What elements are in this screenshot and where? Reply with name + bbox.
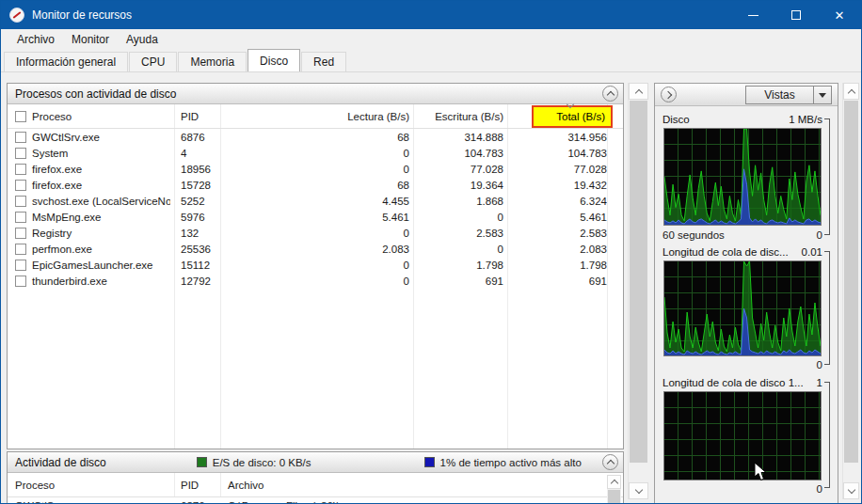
process-row[interactable]: System 4 0 104.783 104.783	[8, 145, 623, 161]
menu-monitor[interactable]: Monitor	[63, 31, 118, 48]
col-escritura[interactable]: Escritura (B/s)	[375, 104, 503, 129]
chart-queue-scale-top: 0.01	[802, 246, 822, 258]
col-act-proceso[interactable]: Proceso	[15, 473, 170, 497]
scrollbar-thumb[interactable]	[630, 101, 647, 463]
chevron-up-icon	[847, 88, 854, 96]
col-act-pid[interactable]: PID	[181, 473, 218, 497]
process-row[interactable]: MsMpEng.exe 5976 5.461 0 5.461	[8, 209, 623, 225]
chart-queue-scale-bottom: 0	[817, 359, 822, 370]
views-split-button[interactable]: Vistas	[745, 86, 832, 104]
chevron-up-icon	[606, 460, 614, 467]
process-row[interactable]: Registry 132 0 2.583 2.583	[8, 225, 623, 241]
scroll-down-button[interactable]	[629, 482, 648, 499]
row-checkbox[interactable]	[15, 244, 26, 255]
row-checkbox[interactable]	[15, 276, 26, 287]
scroll-up-button[interactable]	[607, 475, 621, 489]
col-pid[interactable]: PID	[181, 104, 218, 129]
close-icon: ✕	[835, 8, 845, 23]
tab-disco[interactable]: Disco	[247, 49, 300, 71]
processes-panel-title: Procesos con actividad de disco	[15, 87, 176, 101]
col-act-archivo[interactable]: Archivo	[228, 473, 510, 497]
views-button-label[interactable]: Vistas	[746, 87, 813, 103]
processes-collapse-button[interactable]	[602, 86, 618, 102]
process-row[interactable]: firefox.exe 15728 68 19.364 19.432	[8, 177, 623, 193]
chart-queue-title: Longitud de cola de disc...	[662, 246, 789, 258]
sidebar-vertical-scrollbar[interactable]	[842, 83, 859, 499]
row-checkbox[interactable]	[15, 196, 26, 207]
row-checkbox[interactable]	[15, 212, 26, 223]
chart-queue-labelrow: Longitud de cola de disc... 0.01	[662, 244, 822, 259]
sidebar-expand-button[interactable]	[661, 87, 677, 102]
process-row[interactable]: EpicGamesLauncher.exe 15112 0 1.798 1.79…	[8, 257, 623, 273]
process-row[interactable]: GWCtlSrv.exe 6876 68 314.888 314.956	[8, 129, 623, 145]
row-checkbox[interactable]	[15, 132, 26, 143]
chart-queue1-scale-bottom: 0	[817, 483, 822, 495]
chart-queue	[663, 260, 822, 356]
chart-disco	[663, 128, 822, 226]
chart-disco-scale-top: 1 MB/s	[789, 114, 822, 125]
activity-collapse-button[interactable]	[602, 454, 618, 470]
menu-archivo[interactable]: Archivo	[8, 31, 63, 48]
activity-panel-header: Actividad de disco E/S de disco: 0 KB/s …	[8, 452, 623, 473]
legend-disk-io: E/S de disco: 0 KB/s	[197, 457, 311, 468]
chart-disco-xlabel: 60 segundos	[662, 229, 725, 241]
process-row[interactable]: svchost.exe (LocalServiceNo... 5252 4.45…	[8, 193, 623, 209]
chevron-up-icon	[606, 91, 614, 99]
chart-queue1-title: Longitud de cola de disco 1...	[662, 377, 804, 388]
chart-queue1-scale-top: 1	[817, 377, 822, 388]
chart-disco-scale-bottom: 0	[817, 229, 822, 241]
close-button[interactable]: ✕	[818, 1, 861, 29]
tab-red[interactable]: Red	[301, 52, 346, 71]
activity-partial-row[interactable]: GWCtlSrv.exe 6876 C:\Program Files (x86)…	[8, 497, 623, 504]
chart-queue1	[663, 391, 822, 480]
tab-memoria[interactable]: Memoria	[178, 52, 247, 71]
charts-sidebar: Vistas Disco 1 MB/s 60 segundos 0 Longit…	[654, 83, 838, 504]
scroll-up-button[interactable]	[843, 83, 859, 100]
processes-table-body: GWCtlSrv.exe 6876 68 314.888 314.956 Sys…	[8, 129, 623, 449]
row-checkbox[interactable]	[15, 164, 26, 175]
chevron-up-icon	[610, 479, 617, 486]
process-row[interactable]: thunderbird.exe 12792 0 691 691	[8, 273, 623, 289]
chart-disco-labelrow: Disco 1 MB/s	[662, 112, 822, 126]
chart-queue1-labelrow: Longitud de cola de disco 1... 1	[662, 375, 822, 389]
scrollbar-thumb[interactable]	[844, 101, 858, 463]
menu-bar: Archivo Monitor Ayuda	[1, 29, 861, 50]
row-checkbox[interactable]	[15, 180, 26, 191]
processes-panel-header: Procesos con actividad de disco	[8, 84, 623, 104]
views-dropdown-button[interactable]	[813, 87, 831, 103]
chart-queue-bottomrow: 0	[662, 357, 822, 371]
main-vertical-scrollbar[interactable]	[628, 83, 648, 499]
col-total-highlighted[interactable]: Total (B/s)	[532, 105, 613, 128]
app-icon	[9, 8, 24, 23]
row-checkbox[interactable]	[15, 228, 26, 239]
chart-disco-bottomrow: 60 segundos 0	[662, 228, 822, 242]
scroll-down-button[interactable]	[843, 482, 859, 499]
menu-ayuda[interactable]: Ayuda	[118, 31, 167, 48]
disk-activity-panel: Actividad de disco E/S de disco: 0 KB/s …	[7, 451, 624, 504]
processes-disk-panel: Procesos con actividad de disco Proceso …	[7, 83, 624, 449]
tab-informacion-general[interactable]: Información general	[4, 52, 128, 71]
legend-disk-io-label: E/S de disco: 0 KB/s	[213, 457, 311, 468]
chart-queue1-bottomrow: 0	[662, 481, 822, 496]
row-checkbox[interactable]	[15, 260, 26, 271]
chevron-up-icon	[634, 88, 642, 96]
processes-column-header-row: Proceso PID Lectura (B/s) Escritura (B/s…	[8, 104, 623, 129]
tab-bar: Información general CPU Memoria Disco Re…	[1, 50, 861, 72]
scroll-up-button[interactable]	[629, 83, 648, 100]
select-all-checkbox[interactable]	[15, 111, 26, 122]
maximize-button[interactable]	[774, 1, 818, 29]
col-proceso[interactable]: Proceso	[15, 104, 170, 129]
row-checkbox[interactable]	[15, 148, 26, 159]
dropdown-arrow-icon	[819, 93, 826, 98]
legend-active-time-label: 1% de tiempo activo más alto	[440, 457, 582, 468]
blue-swatch-icon	[424, 457, 435, 467]
scale-bracket	[824, 251, 830, 365]
sidebar-top-bar: Vistas	[655, 84, 838, 106]
process-row[interactable]: firefox.exe 18956 0 77.028 77.028	[8, 161, 623, 177]
tab-cpu[interactable]: CPU	[129, 52, 177, 71]
chart-disco-title: Disco	[662, 114, 690, 125]
minimize-button[interactable]	[731, 1, 774, 29]
legend-active-time: 1% de tiempo activo más alto	[424, 457, 582, 468]
maximize-icon	[791, 10, 801, 20]
process-row[interactable]: perfmon.exe 25536 2.083 0 2.083	[8, 241, 623, 257]
